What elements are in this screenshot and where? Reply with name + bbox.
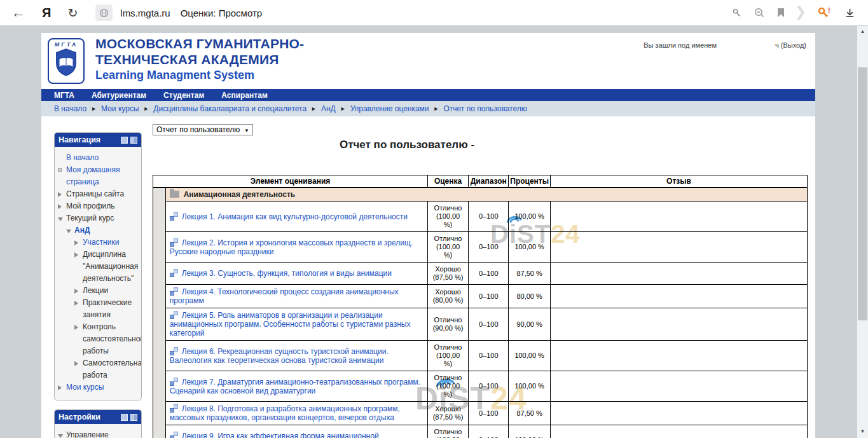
block-collapse-icon[interactable] <box>121 137 128 144</box>
feedback-cell <box>550 202 807 232</box>
grade-item-link[interactable]: Лекция 7. Драматургия анимационно-театра… <box>170 378 420 395</box>
zoom-out-icon[interactable] <box>754 7 765 18</box>
grade-cell: Отлично(100,00 %) <box>427 425 469 438</box>
grade-row: Лекция 4. Технологический процесс создан… <box>153 285 808 308</box>
download-icon[interactable] <box>844 8 855 18</box>
column-header-percent: Проценты <box>509 175 551 188</box>
navigation-block-header: Навигация <box>55 133 141 147</box>
column-header-grade: Оценка <box>427 175 469 188</box>
sidebar-item-label: Страницы сайта <box>66 189 124 198</box>
breadcrumb-link[interactable]: АнД <box>321 104 336 113</box>
grade-row: Лекция 7. Драматургия анимационно-театра… <box>153 371 808 402</box>
block-dock-icon[interactable] <box>130 137 137 144</box>
indent-cell <box>153 285 166 308</box>
report-type-select[interactable]: Отчет по пользователю <box>153 124 253 135</box>
academy-logo-text: МГТА <box>49 41 83 48</box>
block-dock-icon[interactable] <box>130 414 137 421</box>
grade-item-link[interactable]: Лекция 4. Технологический процесс создан… <box>170 287 399 305</box>
nav-item[interactable]: МГТА <box>54 91 74 100</box>
nav-item[interactable]: Студентам <box>163 91 204 100</box>
bookmark-icon[interactable] <box>776 8 785 18</box>
indent-cell <box>153 425 166 438</box>
sidebar-item-label: Практические занятия <box>83 298 132 319</box>
percent-cell: 90,00 % <box>509 308 551 341</box>
breadcrumb-link[interactable]: В начало <box>54 104 86 113</box>
password-key-icon[interactable] <box>731 8 742 18</box>
breadcrumb-separator-icon: ► <box>434 106 439 112</box>
scroll-down-arrow-icon[interactable] <box>857 427 868 437</box>
protect-key-alert-icon[interactable]: ! <box>817 6 831 19</box>
grade-item-link[interactable]: Лекция 9. Игра как эффективная форма ани… <box>170 432 379 438</box>
breadcrumb-link[interactable]: Отчет по пользователю <box>444 104 527 113</box>
sidebar-item[interactable]: Лекции <box>55 285 140 297</box>
grade-table-body: Лекция 1. Анимация как вид культурно-дос… <box>153 202 808 438</box>
vertical-scrollbar[interactable] <box>857 25 868 438</box>
grade-item-link[interactable]: Лекция 2. История и хронология массовых … <box>170 238 413 256</box>
block-collapse-icon[interactable] <box>121 414 128 421</box>
grade-cell: Отлично(100,00 %) <box>427 371 469 402</box>
lesson-icon <box>170 212 178 221</box>
lesson-icon <box>170 269 178 277</box>
category-cell: Анимационная деятельность <box>165 188 807 202</box>
grade-item-link[interactable]: Лекция 3. Сущность, функция, типология и… <box>182 269 392 278</box>
breadcrumb-link[interactable]: Дисциплины бакалавриата и специалитета <box>153 104 307 113</box>
percent-cell: 100,00 % <box>509 425 551 438</box>
breadcrumb-link[interactable]: Мои курсы <box>101 104 139 113</box>
navigation-block-body: В началоМоя домашняя страницаСтраницы са… <box>55 147 141 400</box>
login-prefix: Вы зашли под именем <box>644 41 717 49</box>
sidebar-item[interactable]: АнД <box>55 224 140 236</box>
sidebar-item[interactable]: Дисциплина "Анимационная деятельность" <box>55 249 140 285</box>
settings-block: Настройки Управление оценкамиОбзорный от… <box>54 409 142 438</box>
grade-cell: Отлично(90,00 %) <box>427 308 469 341</box>
navigation-tree: В началоМоя домашняя страницаСтраницы са… <box>55 152 140 394</box>
logout-link[interactable]: ч (Выход) <box>775 41 806 49</box>
yandex-browser-logo[interactable]: Я <box>42 6 51 20</box>
nav-item[interactable]: Аспирантам <box>221 91 268 100</box>
percent-cell: 87,50 % <box>509 402 551 425</box>
sidebar-item[interactable]: Управление оценками <box>55 429 140 438</box>
lesson-icon <box>170 432 178 438</box>
back-icon[interactable]: ← <box>11 0 25 25</box>
sidebar-item[interactable]: В начало <box>55 152 140 164</box>
address-bar-url[interactable]: lms.mgta.ru <box>120 8 170 18</box>
breadcrumb-link[interactable]: Управление оценками <box>350 104 429 113</box>
feedback-cell <box>550 341 807 371</box>
breadcrumb-separator-icon: ► <box>143 106 149 112</box>
grade-item-link[interactable]: Лекция 1. Анимация как вид культурно-дос… <box>182 212 408 221</box>
grade-item-link[interactable]: Лекция 5. Роль аниматоров в организации … <box>170 311 411 338</box>
lesson-icon <box>170 238 178 247</box>
sidebar-item[interactable]: Участники <box>55 236 140 249</box>
navigation-block: Навигация В началоМоя домашняя страницаС… <box>54 132 142 400</box>
breadcrumb: В начало►Мои курсы►Дисциплины бакалавриа… <box>41 101 815 116</box>
expanded-arrow-icon <box>58 217 63 221</box>
category-row: Анимационная деятельность <box>153 188 808 202</box>
feedback-cell <box>550 232 807 263</box>
indent-cell <box>153 263 166 285</box>
academy-crest-icon <box>54 48 78 77</box>
nav-item[interactable]: Абитуриентам <box>92 91 146 100</box>
sidebar-item[interactable]: Моя домашняя страница <box>55 164 140 188</box>
sidebar-item[interactable]: Текущий курс <box>55 212 140 224</box>
sidebar-item[interactable]: Мой профиль <box>55 200 140 212</box>
collapsed-arrow-icon <box>58 385 62 390</box>
login-info: Вы зашли под именемч (Выход) <box>644 41 806 49</box>
category-label: Анимационная деятельность <box>184 190 295 199</box>
grade-item-link[interactable]: Лекция 6. Рекреационная сущность туристс… <box>170 347 389 365</box>
scroll-up-arrow-icon[interactable] <box>857 27 868 37</box>
scrollbar-thumb[interactable] <box>858 67 867 320</box>
grade-item-link[interactable]: Лекция 8. Подготовка и разработка анимац… <box>170 404 400 422</box>
sidebar-item[interactable]: Мои курсы <box>55 381 140 394</box>
refresh-icon[interactable]: ↻ <box>67 6 78 20</box>
sidebar-item[interactable]: Страницы сайта <box>55 188 140 200</box>
grade-table-header-row: Элемент оценивания Оценка Диапазон Проце… <box>153 175 808 188</box>
sidebar-item-label: Текущий курс <box>66 214 114 222</box>
sidebar-item-label: Дисциплина "Анимационная деятельность" <box>83 250 138 283</box>
sidebar-item[interactable]: Контроль самостоятельной работы <box>55 321 140 357</box>
item-name-cell: Лекция 4. Технологический процесс создан… <box>165 285 427 308</box>
sidebar-item[interactable]: Практические занятия <box>55 297 140 321</box>
main-report-area: Отчет по пользователю Отчет по пользоват… <box>153 124 810 438</box>
sidebar-item[interactable]: Самостоятельная работа <box>55 357 140 381</box>
item-name-cell: Лекция 8. Подготовка и разработка анимац… <box>165 402 427 425</box>
indent-cell <box>153 341 166 371</box>
sidebar: Навигация В началоМоя домашняя страницаС… <box>54 132 142 438</box>
